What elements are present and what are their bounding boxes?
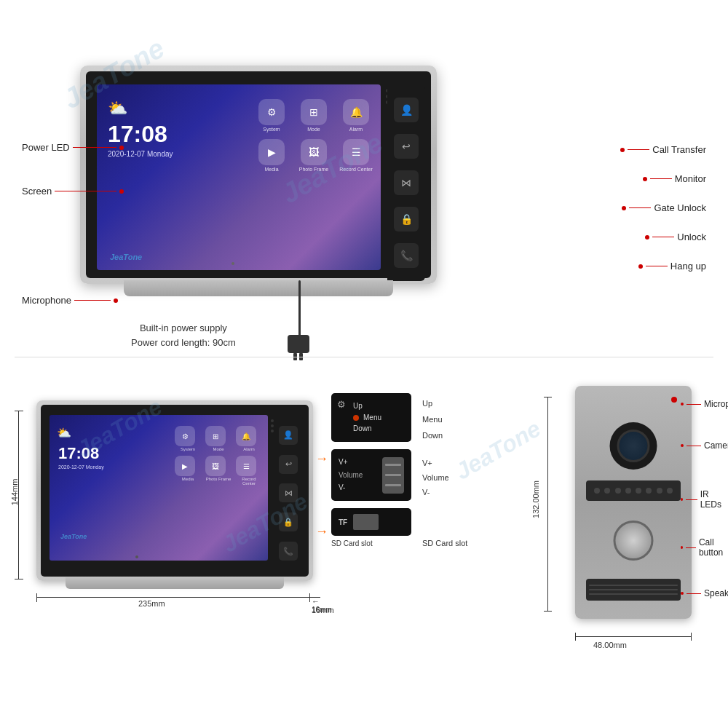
outdoor-dim-height-label: 132.00mm xyxy=(531,480,540,518)
b-icon-mode: ⊞Mode xyxy=(205,426,232,451)
gate-unlock-label-group: Gate Unlock xyxy=(622,202,706,213)
tf-label: TF xyxy=(339,518,347,526)
outdoor-ir-label-group: IR LEDs xyxy=(681,489,725,510)
b-call-transfer-btn[interactable]: 👤 xyxy=(279,426,298,445)
volume-label: Volume xyxy=(339,470,363,480)
sd-label-text: SD Card slot xyxy=(331,539,411,547)
unlock-button[interactable]: 🔒 xyxy=(394,207,419,232)
power-led-line xyxy=(73,147,116,148)
vminus-label: V- xyxy=(339,480,363,495)
monitor-body: ⛅ 17:08 2020-12-07 Monday ⚙ System ⊞ Mod… xyxy=(80,66,437,284)
power-cord xyxy=(298,280,301,339)
call-transfer-button[interactable]: 👤 xyxy=(394,98,419,122)
b-screen-time: 17:08 xyxy=(58,444,99,463)
microphone-dot-label xyxy=(114,298,118,303)
speaker-line-1 xyxy=(589,585,678,586)
vol-line xyxy=(385,484,401,486)
outdoor-callbtn-line xyxy=(686,547,696,548)
menu-controls-panel: ⚙ Up Menu Down V+ Volume V- xyxy=(331,393,411,547)
outdoor-callbtn-dot xyxy=(681,546,683,549)
volume-rows: V+ Volume V- xyxy=(339,455,404,495)
menu-dot xyxy=(353,415,359,421)
bottom-monitor-face: ⛅ 17:08 2020-12-07 Monday ⚙System ⊞Mode … xyxy=(41,405,309,577)
b-gate-unlock-btn[interactable]: ⋈ xyxy=(279,483,298,502)
outdoor-speaker-label-group: Speaker xyxy=(681,588,728,598)
unlock-label: Unlock xyxy=(677,232,706,242)
hangup-button[interactable]: 📞 xyxy=(394,243,419,268)
outdoor-callbtn-label-group: Call button xyxy=(681,537,728,558)
section-divider xyxy=(15,357,713,357)
b-brand-label: JeaTone xyxy=(60,533,87,540)
microphone-label-group: Microphone xyxy=(22,295,118,306)
vplus-text-label: V+ xyxy=(422,459,432,467)
power-info-line1: Built-in power supply xyxy=(131,321,236,336)
outdoor-ir-line xyxy=(686,499,697,500)
outdoor-camera-line xyxy=(687,446,701,446)
dim-tick-bottom xyxy=(15,579,23,579)
call-transfer-line xyxy=(628,149,649,150)
menu-text-label: Menu xyxy=(422,415,443,424)
screen-dot xyxy=(119,189,124,194)
side-buttons-panel: 👤 ↩ ⋈ 🔒 📞 xyxy=(387,84,425,281)
outdoor-mic-dot-label xyxy=(681,403,684,405)
dim-depth-label2: 16mm xyxy=(312,606,332,614)
microphone-label: Microphone xyxy=(22,295,71,306)
nav-block: ⚙ Up Menu Down xyxy=(331,393,411,442)
vplus-label: V+ xyxy=(339,455,363,470)
outdoor-camera-lens xyxy=(617,430,650,462)
outdoor-speaker-dot xyxy=(681,592,684,595)
hangup-label: Hang up xyxy=(670,261,706,272)
monitor-button[interactable]: ↩ xyxy=(394,134,419,159)
speaker-line-3 xyxy=(589,593,678,595)
b-monitor-btn[interactable]: ↩ xyxy=(279,455,298,474)
outdoor-call-button[interactable] xyxy=(614,521,654,561)
b-hangup-btn[interactable]: 📞 xyxy=(279,542,298,561)
monitor-stand xyxy=(124,280,393,296)
down-label: Down xyxy=(353,422,404,436)
ir-led-5 xyxy=(636,488,641,494)
dim-line-width xyxy=(36,597,320,598)
monitor-label: Monitor xyxy=(675,173,706,184)
microphone-dot xyxy=(232,262,234,265)
power-info: Built-in power supply Power cord length:… xyxy=(131,321,236,349)
icon-photo-frame: 🖼 Photo Frame xyxy=(296,139,331,172)
monitor-label-group: Monitor xyxy=(643,173,706,184)
hangup-line xyxy=(646,266,668,266)
power-led-label-group: Power LED xyxy=(22,142,124,153)
ir-led-2 xyxy=(604,488,610,494)
outdoor-ir-dot xyxy=(681,498,683,501)
volume-text-label: Volume xyxy=(422,473,449,482)
watermark-b3: JeaTone xyxy=(451,415,545,485)
screen-label: Screen xyxy=(22,186,52,197)
b-monitor-stand xyxy=(66,577,284,589)
outdoor-mic-label: Microphone xyxy=(704,399,728,409)
b-microphone-dot xyxy=(135,555,138,558)
ir-led-7 xyxy=(657,488,662,494)
power-info-line2: Power cord length: 90cm xyxy=(131,336,236,350)
weather-icon: ⛅ xyxy=(108,99,127,118)
icon-record-center: ☰ Record Center xyxy=(339,139,373,172)
unlock-dot xyxy=(645,235,649,240)
monitor-screen: ⛅ 17:08 2020-12-07 Monday ⚙ System ⊞ Mod… xyxy=(97,84,381,270)
top-section: JeaTone JeaTone ⛅ 17:08 2020-12-07 Monda… xyxy=(22,44,706,349)
vminus-text-label: V- xyxy=(422,488,430,496)
outdoor-mic-line xyxy=(687,404,701,405)
b-unlock-btn[interactable]: 🔒 xyxy=(279,513,298,531)
dim-width-label: 235mm xyxy=(138,599,165,608)
screen-icons-grid: ⚙ System ⊞ Mode 🔔 Alarm ▶ xyxy=(254,99,373,172)
screen-line xyxy=(55,191,116,191)
gear-icon-nav: ⚙ xyxy=(337,399,346,410)
menu-row: Menu xyxy=(353,414,404,422)
arrow-to-sd: → xyxy=(315,524,328,539)
outdoor-dim-tick-wl xyxy=(575,633,576,641)
bottom-monitor-screen: ⛅ 17:08 2020-12-07 Monday ⚙System ⊞Mode … xyxy=(50,415,268,561)
outdoor-speaker-line xyxy=(687,593,701,594)
icon-alarm: 🔔 Alarm xyxy=(339,99,373,132)
b-screen-icons: ⚙System ⊞Mode 🔔Alarm ▶Media 🖼Photo Frame… xyxy=(175,426,262,486)
gate-unlock-button[interactable]: ⋈ xyxy=(394,170,419,195)
b-icon-alarm: 🔔Alarm xyxy=(236,426,262,451)
ir-led-1 xyxy=(594,488,600,494)
monitor-label-dot xyxy=(643,177,647,181)
monitor-face: ⛅ 17:08 2020-12-07 Monday ⚙ System ⊞ Mod… xyxy=(86,71,431,278)
bottom-monitor-device: ⛅ 17:08 2020-12-07 Monday ⚙System ⊞Mode … xyxy=(36,400,320,590)
